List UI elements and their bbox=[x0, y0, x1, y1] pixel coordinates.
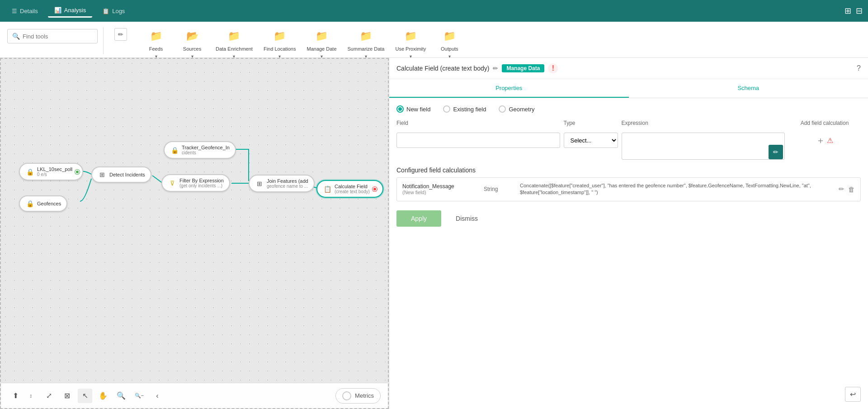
use-proximity-label: Use Proximity bbox=[395, 46, 426, 52]
tool-sources[interactable]: 📂 Sources ▾ bbox=[174, 25, 210, 62]
edit-config-icon-0[interactable]: ✏ bbox=[839, 185, 844, 193]
sources-icon: 📂 bbox=[184, 28, 200, 44]
panel-edit-icon[interactable]: ✏ bbox=[493, 65, 498, 72]
node-calc-icon: 📋 bbox=[323, 185, 332, 194]
tool-outputs[interactable]: 📁 Outputs ▾ bbox=[431, 25, 467, 62]
find-locations-label: Find Locations bbox=[264, 46, 296, 52]
tab-properties[interactable]: Properties bbox=[389, 79, 629, 98]
outputs-label: Outputs bbox=[441, 46, 458, 52]
expression-input[interactable] bbox=[622, 133, 785, 160]
node-tracker-content: Tracker_Geofence_In cidents bbox=[182, 145, 230, 155]
apply-button[interactable]: Apply bbox=[396, 210, 441, 227]
right-panel: Calculate Field (create text body) ✏ Man… bbox=[389, 58, 868, 409]
delete-config-icon-0[interactable]: 🗑 bbox=[848, 185, 855, 193]
expression-input-wrapper: ✏ bbox=[622, 133, 785, 161]
nav-item-details[interactable]: ☰ Details bbox=[5, 5, 44, 17]
tool-summarize-data[interactable]: 📁 Summarize Data ▾ bbox=[342, 25, 390, 62]
split-view-icon[interactable]: ⊟ bbox=[856, 6, 863, 16]
tool-manage-date[interactable]: 📁 Manage Date ▾ bbox=[301, 25, 342, 62]
tool-use-proximity[interactable]: 📁 Use Proximity ▾ bbox=[390, 25, 431, 62]
panel-warning-icon: ! bbox=[548, 63, 558, 73]
nav-arrows-btn[interactable]: ↕ bbox=[24, 389, 38, 403]
node-tracker-sub: cidents bbox=[182, 150, 230, 155]
undo-button-container: ↩ bbox=[845, 387, 861, 402]
node-join[interactable]: ⊞ Join Features (add geofence name to ..… bbox=[249, 175, 315, 192]
tool-find-locations[interactable]: 📁 Find Locations ▾ bbox=[258, 25, 302, 62]
configured-calcs-title: Configured field calculations bbox=[396, 166, 861, 174]
type-column-header: Type bbox=[564, 120, 618, 126]
search-icon: 🔍 bbox=[12, 33, 20, 40]
node-calc-label: Calculate Field bbox=[335, 184, 370, 189]
logs-icon: 📋 bbox=[102, 8, 109, 14]
panel-help-icon[interactable]: ? bbox=[857, 64, 861, 72]
nav-control-group: ⬆ ↕ bbox=[8, 389, 38, 403]
panel-header: Calculate Field (create text body) ✏ Man… bbox=[389, 58, 868, 79]
page-marker-button[interactable]: ✏ bbox=[109, 25, 132, 43]
metrics-button[interactable]: Metrics bbox=[335, 388, 381, 404]
metrics-label: Metrics bbox=[355, 392, 374, 399]
field-name-input[interactable] bbox=[396, 133, 560, 148]
action-buttons: Apply Dismiss bbox=[396, 210, 861, 227]
undo-button[interactable]: ↩ bbox=[845, 387, 861, 402]
expand-btn[interactable]: ⤢ bbox=[42, 389, 56, 403]
node-tracker[interactable]: 🔒 Tracker_Geofence_In cidents bbox=[164, 141, 236, 159]
zoom-out-btn[interactable]: 🔍− bbox=[132, 389, 146, 403]
type-select[interactable]: Select... String Number Date bbox=[564, 133, 618, 148]
node-geofences[interactable]: 🔒 Geofences bbox=[19, 195, 67, 212]
node-filter-label: Filter By Expression bbox=[179, 178, 224, 183]
node-detect[interactable]: ⊞ Detect Incidents bbox=[91, 166, 151, 183]
summarize-data-label: Summarize Data bbox=[348, 46, 385, 52]
node-calc-sub: (create text body) bbox=[335, 189, 370, 194]
add-calculation-button[interactable]: ＋ ⚠ bbox=[816, 134, 833, 147]
node-lkl-content: LKL_10sec_poll 0 e/s bbox=[37, 166, 72, 177]
node-tracker-label: Tracker_Geofence_In bbox=[182, 145, 230, 150]
radio-existing-field-circle bbox=[443, 105, 450, 113]
radio-new-field-circle bbox=[396, 105, 404, 113]
data-enrichment-icon: 📁 bbox=[226, 28, 242, 44]
node-join-label: Join Features (add bbox=[267, 178, 308, 184]
node-tracker-icon: 🔒 bbox=[170, 146, 179, 155]
pointer-btn[interactable]: ↖ bbox=[78, 389, 92, 403]
manage-date-icon: 📁 bbox=[314, 28, 330, 44]
radio-geometry-circle bbox=[499, 105, 506, 113]
nav-label-analysis: Analysis bbox=[64, 7, 86, 14]
tab-schema[interactable]: Schema bbox=[629, 79, 868, 98]
grid-view-icon[interactable]: ⊞ bbox=[844, 6, 851, 16]
connector-lines bbox=[1, 59, 388, 408]
config-actions-0: ✏ 🗑 bbox=[833, 181, 860, 198]
tool-feeds[interactable]: 📁 Feeds ▾ bbox=[138, 25, 174, 62]
radio-existing-field[interactable]: Existing field bbox=[443, 105, 486, 113]
search-container[interactable]: 🔍 bbox=[7, 29, 98, 43]
add-column-header: Add field calculation bbox=[788, 120, 861, 126]
panel-content: New field Existing field Geometry Field … bbox=[389, 98, 868, 409]
nav-up-btn[interactable]: ⬆ bbox=[8, 389, 23, 403]
radio-geometry[interactable]: Geometry bbox=[499, 105, 534, 113]
node-calculate[interactable]: 📋 Calculate Field (create text body) bbox=[316, 180, 383, 198]
feeds-icon: 📁 bbox=[148, 28, 164, 44]
summarize-data-icon: 📁 bbox=[358, 28, 374, 44]
prev-view-btn[interactable]: ‹ bbox=[150, 389, 165, 403]
tool-items-container: 📁 Feeds ▾ 📂 Sources ▾ 📁 Data Enrichment … bbox=[134, 25, 861, 62]
radio-new-field[interactable]: New field bbox=[396, 105, 430, 113]
canvas-bottom-toolbar: ⬆ ↕ ⤢ ⊠ ↖ ✋ 🔍 🔍− ‹ Metrics bbox=[1, 383, 388, 408]
field-form-headers: Field Type Expression Add field calculat… bbox=[396, 120, 861, 129]
pan-btn[interactable]: ✋ bbox=[96, 389, 110, 403]
warning-circle-icon: ⚠ bbox=[827, 136, 833, 145]
nav-item-analysis[interactable]: 📊 Analysis bbox=[48, 4, 92, 18]
fullscreen-btn[interactable]: ⊠ bbox=[60, 389, 74, 403]
dismiss-button[interactable]: Dismiss bbox=[448, 210, 485, 227]
node-filter[interactable]: ⊽ Filter By Expression (get only inciden… bbox=[161, 174, 230, 192]
node-join-content: Join Features (add geofence name to ... bbox=[267, 178, 308, 189]
tool-data-enrichment[interactable]: 📁 Data Enrichment ▾ bbox=[210, 25, 258, 62]
plus-icon: ＋ bbox=[816, 134, 825, 147]
node-filter-content: Filter By Expression (get only incidents… bbox=[179, 178, 224, 188]
workflow-canvas[interactable]: 🔒 LKL_10sec_poll 0 e/s 🔒 Geofences ⊞ Det… bbox=[0, 58, 389, 409]
nav-item-logs[interactable]: 📋 Logs bbox=[96, 5, 131, 17]
search-input[interactable] bbox=[23, 33, 93, 40]
node-lkl[interactable]: 🔒 LKL_10sec_poll 0 e/s bbox=[19, 163, 83, 181]
config-expression-0: Concatenate([$feature["created_user"], "… bbox=[514, 178, 833, 201]
outputs-icon: 📁 bbox=[441, 28, 458, 44]
zoom-in-btn[interactable]: 🔍 bbox=[114, 389, 128, 403]
node-lkl-dot bbox=[75, 170, 80, 174]
expression-edit-button[interactable]: ✏ bbox=[769, 145, 783, 159]
